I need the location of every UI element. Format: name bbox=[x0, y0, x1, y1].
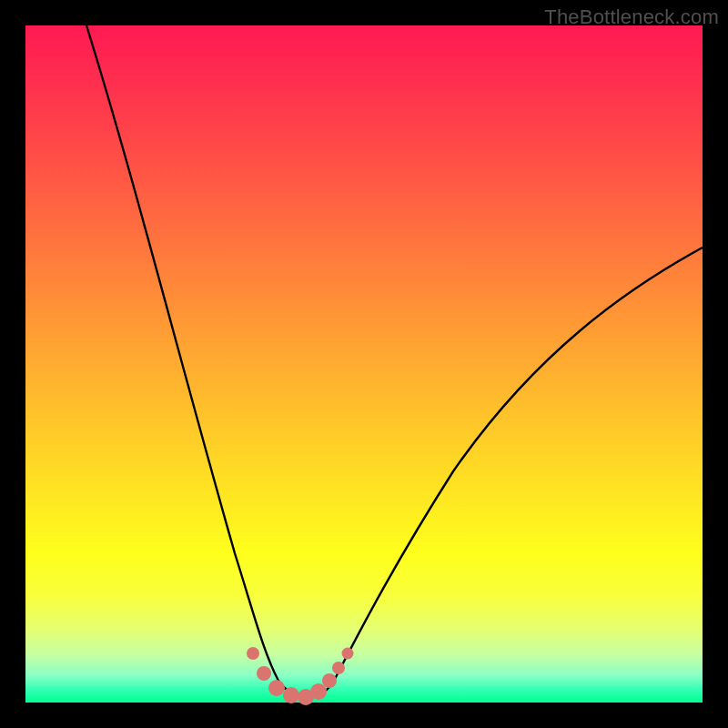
chart-frame: TheBottleneck.com bbox=[0, 0, 728, 728]
marker-dot bbox=[283, 687, 299, 703]
watermark-text: TheBottleneck.com bbox=[544, 5, 719, 29]
bottleneck-curve bbox=[86, 25, 703, 697]
chart-plot-area bbox=[25, 25, 703, 703]
marker-dot bbox=[257, 666, 271, 681]
marker-dot bbox=[342, 648, 354, 660]
marker-dot bbox=[310, 683, 327, 700]
marker-dot bbox=[247, 647, 259, 660]
marker-dot bbox=[332, 662, 345, 674]
chart-svg bbox=[25, 25, 703, 703]
marker-dot bbox=[268, 680, 285, 696]
marker-dot bbox=[322, 673, 337, 688]
